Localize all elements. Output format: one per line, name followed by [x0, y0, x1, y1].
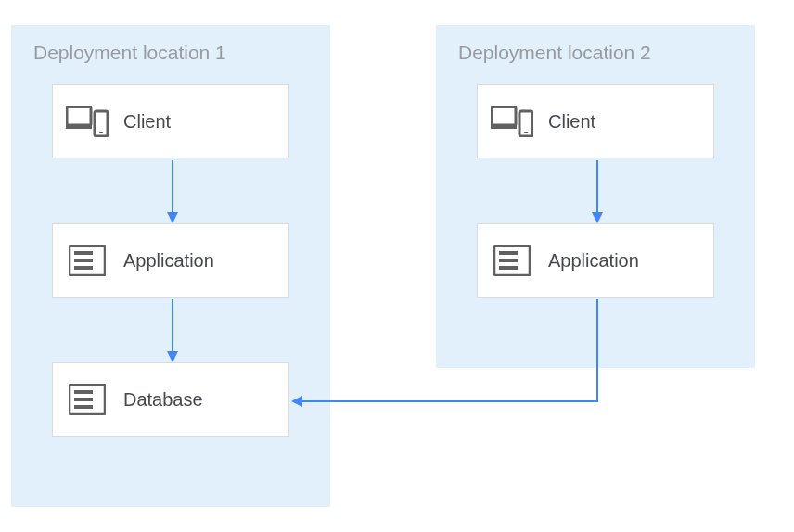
server-icon — [66, 242, 109, 279]
svg-rect-7 — [74, 266, 93, 270]
devices-icon — [491, 103, 533, 140]
application-2-label: Application — [548, 250, 639, 272]
deployment-region-1: Deployment location 1 Client Application — [11, 25, 330, 507]
svg-rect-5 — [74, 251, 93, 255]
client-node-2: Client — [477, 84, 714, 158]
server-icon — [66, 381, 109, 418]
svg-rect-19 — [499, 266, 518, 270]
client-node-1: Client — [52, 84, 289, 158]
svg-rect-13 — [491, 125, 517, 129]
svg-rect-15 — [524, 132, 528, 133]
region-2-title: Deployment location 2 — [458, 42, 733, 64]
svg-rect-6 — [74, 259, 93, 262]
svg-rect-9 — [74, 390, 93, 394]
server-icon — [491, 242, 533, 279]
application-1-label: Application — [123, 250, 214, 272]
database-node: Database — [52, 362, 289, 437]
client-2-label: Client — [548, 111, 596, 133]
database-label: Database — [123, 389, 203, 411]
svg-rect-17 — [499, 251, 518, 255]
svg-rect-11 — [74, 405, 93, 409]
svg-rect-10 — [74, 398, 93, 401]
client-1-label: Client — [123, 111, 171, 133]
application-node-1: Application — [52, 223, 289, 298]
deployment-region-2: Deployment location 2 Client Application — [436, 25, 755, 368]
application-node-2: Application — [477, 223, 714, 298]
svg-rect-1 — [66, 125, 92, 129]
svg-rect-12 — [492, 107, 516, 125]
svg-rect-3 — [99, 132, 103, 133]
svg-rect-0 — [67, 107, 91, 125]
devices-icon — [66, 103, 109, 140]
region-1-title: Deployment location 1 — [33, 42, 308, 64]
svg-rect-18 — [499, 259, 518, 262]
